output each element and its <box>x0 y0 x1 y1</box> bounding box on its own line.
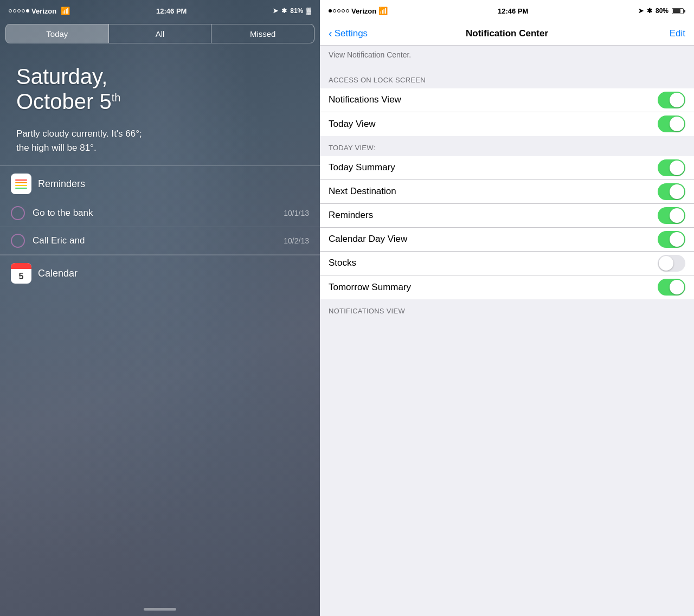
status-bar-right: Verizon 📶 12:46 PM ➤ ✱ 80% <box>320 0 694 22</box>
battery-tip <box>684 10 685 12</box>
stocks-label: Stocks <box>329 258 658 268</box>
signal-dots-left <box>9 9 29 12</box>
time-right: 12:46 PM <box>498 7 528 15</box>
calendar-header: 5 Calendar <box>0 255 320 289</box>
signal-dot-3 <box>17 9 21 12</box>
reminder-text-2: Call Eric and <box>33 235 276 246</box>
calendar-spacer <box>0 289 320 397</box>
toggle-knob-tv <box>670 117 684 131</box>
today-view-toggle[interactable] <box>658 116 685 132</box>
reminder-circle-1 <box>11 206 25 220</box>
battery-percent-right: 80% <box>656 7 669 15</box>
date-line2: October 5th <box>16 89 304 114</box>
reminders-settings-label: Reminders <box>329 210 658 221</box>
next-destination-row: Next Destination <box>320 180 694 204</box>
lock-screen-rows: Notifications View Today View <box>320 88 694 136</box>
reminder-date-1: 10/1/13 <box>284 209 309 217</box>
today-summary-row: Today Summary <box>320 156 694 180</box>
wifi-icon-right: 📶 <box>378 7 388 15</box>
right-content: View Notification Center. ACCESS ON LOCK… <box>320 46 694 616</box>
lock-screen-header: ACCESS ON LOCK SCREEN <box>320 68 694 88</box>
next-destination-label: Next Destination <box>329 186 658 197</box>
nav-bar: ‹ Settings Notification Center Edit <box>320 22 694 46</box>
home-indicator <box>144 608 176 611</box>
calendar-day-view-row: Calendar Day View <box>320 228 694 252</box>
reminders-header: Reminders <box>0 166 320 200</box>
signal-dot-r4 <box>342 9 345 12</box>
right-panel: Verizon 📶 12:46 PM ➤ ✱ 80% ‹ Settings No… <box>320 0 694 616</box>
reminder-circle-2 <box>11 234 25 248</box>
battery-left: 81% <box>290 7 303 15</box>
time-left: 12:46 PM <box>156 7 187 15</box>
toggle-knob-cdv <box>670 232 684 247</box>
calendar-icon-top <box>11 263 31 269</box>
signal-dot-r2 <box>333 9 336 12</box>
carrier-name-left: Verizon <box>31 7 56 15</box>
carrier-right: Verizon 📶 <box>329 7 388 15</box>
status-bar-left: Verizon 📶 12:46 PM ➤ ✱ 81% ▓ <box>0 0 320 22</box>
status-right-right: ➤ ✱ 80% <box>638 7 685 15</box>
nav-back-button[interactable]: ‹ Settings <box>329 28 368 39</box>
next-destination-toggle[interactable] <box>658 183 685 200</box>
toggle-knob-ts <box>670 161 684 175</box>
reminders-icon <box>11 174 31 194</box>
battery-icon-right <box>672 8 685 14</box>
nav-edit-button[interactable]: Edit <box>670 28 685 39</box>
toggle-knob-nv <box>670 93 684 107</box>
notifications-view-section-header: NOTIFICATIONS VIEW <box>320 299 694 319</box>
location-icon-right: ➤ <box>638 7 644 15</box>
tab-missed[interactable]: Missed <box>211 24 314 43</box>
reminder-item-1: Go to the bank 10/1/13 <box>0 200 320 227</box>
signal-dot-4 <box>22 9 25 12</box>
reminders-lines-icon <box>15 178 27 190</box>
chevron-left-icon: ‹ <box>329 28 332 39</box>
reminder-item-2: Call Eric and 10/2/13 <box>0 227 320 255</box>
notifications-view-label: Notifications View <box>329 94 658 105</box>
signal-dot-1 <box>9 9 12 12</box>
reminder-text-1: Go to the bank <box>33 208 276 219</box>
stocks-toggle[interactable] <box>658 255 685 272</box>
calendar-label: Calendar <box>38 268 78 279</box>
signal-dots-right <box>329 9 349 12</box>
stocks-row: Stocks <box>320 252 694 275</box>
reminders-toggle[interactable] <box>658 207 685 224</box>
calendar-icon: 5 <box>11 263 31 284</box>
bluetooth-icon-left: ✱ <box>281 7 287 15</box>
rem-line-2 <box>15 182 27 183</box>
weather-text: Partly cloudy currently. It's 66°;the hi… <box>0 119 320 165</box>
tomorrow-summary-row: Tomorrow Summary <box>320 275 694 299</box>
toggle-knob-toms <box>670 280 684 294</box>
date-superscript: th <box>112 92 121 104</box>
tomorrow-summary-label: Tomorrow Summary <box>329 282 658 293</box>
toggle-knob-rem <box>670 208 684 223</box>
wifi-icon-left: 📶 <box>61 7 70 15</box>
today-view-rows: Today Summary Next Destination Reminders… <box>320 156 694 299</box>
status-right-left: ➤ ✱ 81% ▓ <box>273 7 311 15</box>
today-summary-label: Today Summary <box>329 162 658 173</box>
date-line1: Saturday, <box>16 64 304 89</box>
reminders-row: Reminders <box>320 204 694 228</box>
calendar-day-view-label: Calendar Day View <box>329 234 658 245</box>
tab-today[interactable]: Today <box>6 24 108 43</box>
tomorrow-summary-toggle[interactable] <box>658 279 685 296</box>
reminders-label: Reminders <box>38 178 85 190</box>
bluetooth-icon-right: ✱ <box>647 7 652 15</box>
toggle-knob-nd <box>670 184 684 199</box>
location-icon-left: ➤ <box>273 7 278 15</box>
tab-all[interactable]: All <box>109 24 211 43</box>
today-summary-toggle[interactable] <box>658 159 685 176</box>
rem-line-3 <box>15 185 27 186</box>
notifications-view-toggle[interactable] <box>658 92 685 108</box>
date-section: Saturday, October 5th <box>0 53 320 119</box>
left-content: Saturday, October 5th Partly cloudy curr… <box>0 48 320 589</box>
today-view-row: Today View <box>320 112 694 136</box>
calendar-day-view-toggle[interactable] <box>658 231 685 248</box>
battery-icon-left: ▓ <box>306 7 311 15</box>
notifications-view-row: Notifications View <box>320 88 694 112</box>
nav-title: Notification Center <box>466 28 548 39</box>
left-panel: Verizon 📶 12:46 PM ➤ ✱ 81% ▓ Today All M… <box>0 0 320 616</box>
signal-dot-5 <box>26 9 29 12</box>
reminder-date-2: 10/2/13 <box>284 236 309 245</box>
battery-body <box>672 8 684 14</box>
signal-dot-2 <box>13 9 16 12</box>
